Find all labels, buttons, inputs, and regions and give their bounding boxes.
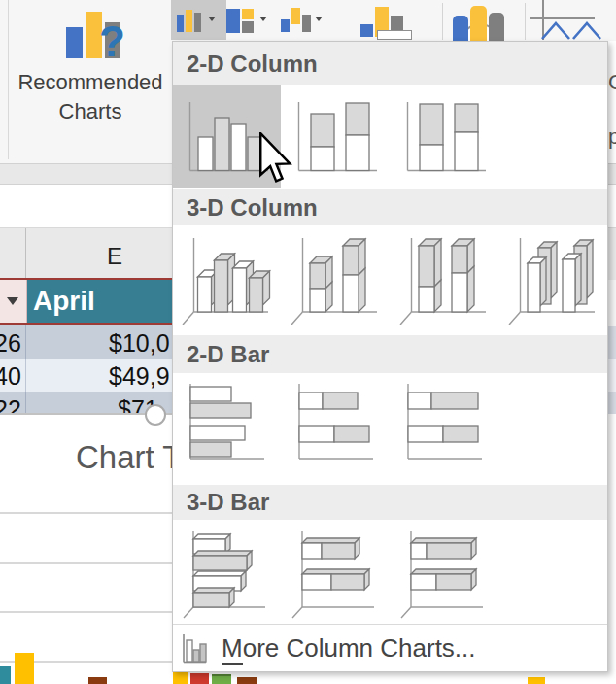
insert-column-chart-button[interactable] bbox=[171, 0, 226, 40]
sheet-edge-sliver bbox=[607, 359, 616, 392]
3d-100-stacked-bar-icon bbox=[398, 526, 491, 621]
chart-type-100-stacked-bar[interactable] bbox=[391, 373, 499, 485]
chart-bar-brown[interactable] bbox=[237, 677, 257, 684]
chart-bar-brown[interactable] bbox=[88, 677, 107, 684]
row-column-separator bbox=[25, 325, 26, 414]
more-column-charts-label: More Column Charts... bbox=[222, 633, 476, 664]
stacked-bar-icon bbox=[293, 381, 381, 466]
cell-number[interactable]: 26 bbox=[0, 329, 21, 358]
edge-text-fragment: p bbox=[608, 124, 616, 150]
filter-arrow-icon bbox=[7, 297, 18, 305]
sheet-edge-sliver bbox=[607, 392, 616, 414]
column-separator[interactable] bbox=[25, 228, 26, 280]
chart-gridline bbox=[0, 512, 172, 514]
accelerator-key: M bbox=[222, 633, 243, 665]
ribbon-button-separator bbox=[525, 3, 526, 40]
insert-hierarchy-chart-button[interactable] bbox=[223, 0, 274, 40]
chart-type-3d-100-stacked-bar[interactable] bbox=[391, 520, 499, 624]
chart-resize-handle[interactable] bbox=[145, 404, 166, 426]
3d-stacked-bar-icon bbox=[290, 526, 382, 621]
section-heading-3d-column: 3-D Column bbox=[173, 189, 607, 225]
chart-type-100-stacked-column[interactable] bbox=[391, 86, 499, 188]
ribbon-edge-sliver: C p bbox=[607, 41, 616, 163]
chart-bar-yellow[interactable] bbox=[528, 677, 545, 684]
pivot-table-icon bbox=[377, 30, 412, 40]
chart-bar-teal[interactable] bbox=[0, 666, 11, 684]
line-sparkline-button[interactable] bbox=[529, 0, 616, 41]
sparkline-line-icon bbox=[536, 2, 610, 41]
filter-button[interactable] bbox=[0, 280, 27, 323]
chart-gallery-dropdown: 2-D Column 3-D Column 2-D Bar 3-D Bar bbox=[172, 41, 608, 672]
ribbon-button-separator bbox=[442, 3, 443, 40]
sheet-edge-sliver bbox=[607, 326, 616, 359]
chart-type-3d-100-stacked-column[interactable] bbox=[391, 225, 499, 335]
gallery-footer-divider bbox=[173, 624, 607, 625]
insert-waterfall-chart-button[interactable] bbox=[278, 0, 328, 40]
section-heading-2d-column: 2-D Column bbox=[173, 42, 607, 86]
3d-clustered-bar-icon bbox=[181, 526, 273, 621]
dropdown-arrow-icon bbox=[315, 17, 323, 21]
chart-gridline bbox=[0, 611, 172, 613]
3d-clustered-column-icon bbox=[181, 232, 273, 329]
pivotchart-button[interactable] bbox=[354, 0, 418, 41]
chart-gridline bbox=[0, 562, 172, 564]
chart-type-3d-stacked-column[interactable] bbox=[282, 225, 391, 335]
cell-number[interactable]: 40 bbox=[0, 362, 21, 391]
more-column-charts-item[interactable]: More Column Charts... bbox=[173, 626, 607, 671]
clustered-bar-icon bbox=[185, 381, 272, 466]
chart-bar-yellow[interactable] bbox=[15, 653, 34, 684]
3d-stacked-column-icon bbox=[290, 232, 382, 329]
3d-100-stacked-column-icon bbox=[398, 232, 491, 329]
chart-type-3d-clustered-bar[interactable] bbox=[173, 520, 282, 624]
question-mark-icon: ? bbox=[99, 17, 125, 66]
recommended-charts-button[interactable]: ? Recommended Charts bbox=[10, 0, 171, 161]
recommended-charts-label-2: Charts bbox=[10, 99, 171, 124]
chart-type-stacked-column[interactable] bbox=[282, 86, 391, 188]
table-header-april[interactable]: April bbox=[33, 286, 95, 317]
dropdown-arrow-icon bbox=[208, 17, 216, 21]
chart-type-3d-clustered-column[interactable] bbox=[173, 225, 282, 335]
chart-type-clustered-bar[interactable] bbox=[173, 373, 282, 485]
chart-type-3d-stacked-bar[interactable] bbox=[282, 520, 391, 624]
100-stacked-column-icon bbox=[402, 98, 490, 176]
column-header-e[interactable]: E bbox=[78, 243, 152, 270]
chart-type-stacked-bar[interactable] bbox=[282, 373, 391, 485]
dropdown-arrow-icon bbox=[259, 17, 267, 21]
recommended-charts-label-1: Recommended bbox=[10, 70, 171, 95]
chart-bar-yellow[interactable] bbox=[173, 670, 188, 684]
stacked-column-icon bbox=[293, 98, 381, 176]
chart-bar-green[interactable] bbox=[212, 674, 231, 684]
more-charts-icon bbox=[181, 633, 208, 666]
3d-map-button[interactable] bbox=[449, 0, 513, 41]
section-heading-3d-bar: 3-D Bar bbox=[173, 485, 607, 520]
100-stacked-bar-icon bbox=[402, 381, 490, 466]
3d-column-icon bbox=[507, 232, 599, 329]
chart-bar-red[interactable] bbox=[190, 673, 209, 684]
cell-value[interactable]: $49,9 bbox=[109, 362, 170, 391]
mouse-cursor bbox=[255, 132, 297, 185]
cell-value[interactable]: $10,0 bbox=[109, 329, 170, 358]
section-heading-2d-bar: 2-D Bar bbox=[173, 335, 607, 373]
edge-text-fragment: C bbox=[608, 70, 616, 95]
excel-window: ? Recommended Charts bbox=[0, 0, 616, 684]
ribbon-group-separator bbox=[8, 0, 9, 159]
chart-type-3d-column[interactable] bbox=[499, 225, 608, 335]
chart-title[interactable]: Chart T bbox=[76, 439, 172, 476]
recommended-charts-icon: ? bbox=[56, 8, 144, 64]
